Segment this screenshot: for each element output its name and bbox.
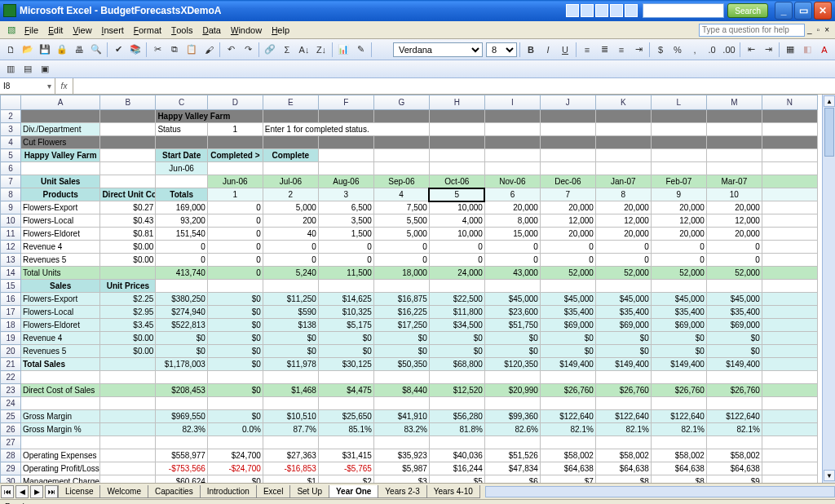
cell[interactable]: $0.00	[100, 332, 156, 345]
cell[interactable]	[540, 162, 595, 175]
cell[interactable]	[595, 162, 651, 175]
cell[interactable]	[100, 123, 156, 136]
cell[interactable]: $64,638	[706, 462, 762, 475]
cell[interactable]: $0	[318, 345, 373, 358]
cell[interactable]: $22,500	[429, 293, 484, 306]
cell[interactable]: 20,000	[706, 201, 762, 214]
cell[interactable]: $68,800	[429, 358, 484, 371]
cell[interactable]: 82.1%	[540, 423, 595, 436]
cell[interactable]: 0	[207, 214, 263, 228]
cell[interactable]: Revenue 4	[20, 332, 99, 345]
row-header[interactable]: 20	[1, 345, 21, 358]
cell[interactable]	[762, 371, 817, 384]
cell[interactable]: $41,910	[373, 410, 429, 423]
cell[interactable]	[263, 110, 318, 123]
cell[interactable]: Status	[156, 123, 207, 136]
cell[interactable]: $8,440	[373, 384, 429, 397]
cell[interactable]: 5,240	[263, 267, 318, 280]
cell[interactable]	[100, 384, 156, 397]
cell[interactable]: $30,125	[318, 358, 373, 371]
cell[interactable]: $208,453	[156, 384, 207, 397]
cell[interactable]: 0	[373, 241, 429, 254]
dec-indent-button[interactable]: ⇤	[743, 42, 759, 58]
cell[interactable]: 0	[373, 254, 429, 267]
col-header[interactable]: E	[263, 95, 318, 110]
cell[interactable]: Flowers-Export	[20, 293, 99, 306]
tab-nav-next[interactable]: ▶	[30, 485, 43, 498]
row-header[interactable]: 12	[1, 241, 21, 254]
undo-button[interactable]: ↶	[223, 42, 239, 58]
sheet-tab[interactable]: Set Up	[289, 485, 329, 498]
cell[interactable]	[373, 110, 429, 123]
cell[interactable]	[156, 436, 207, 449]
cell[interactable]: $0.81	[100, 228, 156, 241]
mdi-restore[interactable]: ▫	[815, 25, 823, 34]
row-header[interactable]: 16	[1, 293, 21, 306]
menu-view[interactable]: View	[68, 24, 96, 37]
cell[interactable]	[156, 397, 207, 410]
addin-icon[interactable]	[610, 4, 623, 17]
cell[interactable]: 8	[595, 188, 651, 201]
cell[interactable]: $0	[207, 384, 263, 397]
row-header[interactable]: 27	[1, 436, 21, 449]
row-header[interactable]: 19	[1, 332, 21, 345]
row-header[interactable]: 23	[1, 384, 21, 397]
cell[interactable]	[429, 436, 484, 449]
cell[interactable]	[706, 162, 762, 175]
cell[interactable]	[100, 449, 156, 462]
cell[interactable]	[540, 136, 595, 149]
cell[interactable]: $0	[540, 345, 595, 358]
cell[interactable]: $17,250	[373, 319, 429, 332]
cell[interactable]	[100, 175, 156, 188]
cell[interactable]	[762, 214, 817, 228]
cell[interactable]: $122,640	[540, 410, 595, 423]
cell[interactable]: 10,000	[429, 228, 484, 241]
cell[interactable]	[651, 371, 706, 384]
cell[interactable]: 2	[263, 188, 318, 201]
cell[interactable]: 0	[429, 254, 484, 267]
fx-button[interactable]: fx	[55, 78, 73, 94]
sheet-tab[interactable]: Capacities	[148, 485, 201, 498]
col-header[interactable]: K	[595, 95, 651, 110]
cell[interactable]: 0	[207, 254, 263, 267]
spellcheck-button[interactable]: ✔	[110, 42, 126, 58]
cell[interactable]: 85.1%	[318, 423, 373, 436]
cell[interactable]	[100, 462, 156, 475]
col-header[interactable]: M	[706, 95, 762, 110]
cell[interactable]	[595, 110, 651, 123]
row-header[interactable]: 17	[1, 306, 21, 319]
cell[interactable]	[156, 175, 207, 188]
horizontal-scrollbar[interactable]	[485, 486, 835, 497]
cell[interactable]: $0.00	[100, 345, 156, 358]
cell[interactable]: Flowers-Eldoret	[20, 319, 99, 332]
cell[interactable]: 52,000	[706, 267, 762, 280]
cell[interactable]	[263, 280, 318, 293]
cell[interactable]: $56,280	[429, 410, 484, 423]
cell[interactable]: 20,000	[595, 201, 651, 214]
cell[interactable]: 20,000	[706, 228, 762, 241]
cell[interactable]	[318, 110, 373, 123]
cell[interactable]: $31,415	[318, 449, 373, 462]
cell[interactable]: $0	[263, 332, 318, 345]
cell[interactable]: $69,000	[651, 319, 706, 332]
cell[interactable]	[484, 280, 540, 293]
col-header[interactable]: H	[429, 95, 484, 110]
cell[interactable]: 12,000	[540, 214, 595, 228]
cell[interactable]: Start Date	[156, 149, 207, 162]
cell[interactable]	[706, 280, 762, 293]
cell[interactable]: $60,624	[156, 475, 207, 484]
row-header[interactable]: 18	[1, 319, 21, 332]
cell[interactable]	[762, 175, 817, 188]
cell[interactable]	[318, 162, 373, 175]
cell[interactable]: $0	[207, 293, 263, 306]
cell[interactable]	[762, 123, 817, 136]
cell[interactable]: Jul-06	[263, 175, 318, 188]
cell[interactable]: 18,000	[373, 267, 429, 280]
research-button[interactable]: 📚	[127, 42, 144, 58]
cell[interactable]: Operating Expenses	[20, 449, 99, 462]
currency-button[interactable]: $	[652, 42, 669, 58]
cell[interactable]: 4,000	[429, 214, 484, 228]
dec-decimal-button[interactable]: .00	[721, 42, 737, 58]
cell[interactable]: 7,500	[373, 201, 429, 214]
cell[interactable]	[373, 162, 429, 175]
